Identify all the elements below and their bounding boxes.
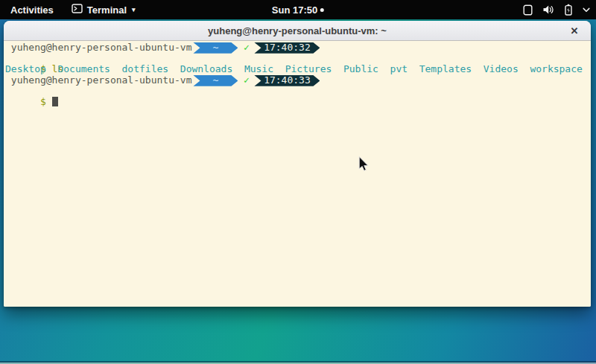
prompt-user-host: yuheng@henry-personal-ubuntu-vm — [5, 75, 191, 86]
notification-dot — [320, 8, 324, 12]
clock-label: Sun 17:50 — [272, 4, 317, 16]
prompt-line: yuheng@henry-personal-ubuntu-vm ~ ✓ 17:4… — [5, 75, 589, 86]
activities-label: Activities — [10, 4, 54, 16]
command-line: $ls — [5, 54, 589, 65]
prompt-user-host: yuheng@henry-personal-ubuntu-vm — [5, 42, 191, 54]
chevron-down-icon: ▾ — [132, 6, 136, 13]
battery-charging-icon — [564, 4, 573, 16]
chevron-down-icon — [583, 7, 590, 13]
window-titlebar[interactable]: yuheng@henry-personal-ubuntu-vm: ~ ✕ — [4, 21, 591, 41]
terminal-window: yuheng@henry-personal-ubuntu-vm: ~ ✕ yuh… — [4, 21, 591, 307]
prompt-line: yuheng@henry-personal-ubuntu-vm ~ ✓ 17:4… — [5, 42, 589, 54]
check-icon: ✓ — [240, 75, 253, 86]
display-icon — [523, 4, 533, 16]
prompt-cwd-segment: ~ — [193, 42, 238, 54]
text-cursor — [52, 97, 58, 106]
volume-icon — [542, 4, 554, 15]
current-input-line: $ — [5, 86, 589, 98]
system-status-area[interactable] — [523, 0, 590, 19]
window-title: yuheng@henry-personal-ubuntu-vm: ~ — [208, 25, 387, 36]
ls-output-line: Desktop Documents dotfiles Downloads Mus… — [5, 64, 589, 75]
app-menu-label: Terminal — [87, 4, 127, 16]
prompt-time-segment: 17:40:32 — [254, 42, 320, 54]
close-icon[interactable]: ✕ — [565, 21, 583, 40]
check-icon: ✓ — [240, 42, 253, 54]
prompt-cwd-segment: ~ — [193, 75, 238, 86]
top-bar: Activities Terminal ▾ Sun 17:50 — [0, 0, 596, 19]
clock-button[interactable]: Sun 17:50 — [272, 0, 324, 19]
activities-button[interactable]: Activities — [0, 0, 64, 19]
terminal-content[interactable]: yuheng@henry-personal-ubuntu-vm ~ ✓ 17:4… — [4, 41, 591, 307]
terminal-icon — [72, 4, 83, 16]
app-menu-terminal[interactable]: Terminal ▾ — [64, 0, 143, 19]
shell-prompt-symbol: $ — [40, 96, 46, 107]
prompt-time-segment: 17:40:33 — [254, 75, 320, 86]
